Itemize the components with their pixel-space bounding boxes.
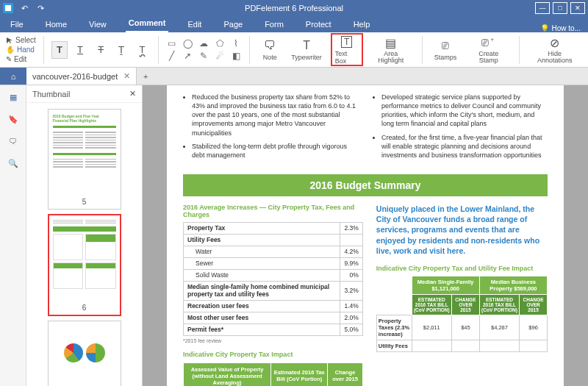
impact-col-header: Estimated 2016 Tax Bill (CoV Portion) [271,362,328,386]
thumbnail-label: 5 [49,196,121,209]
bookmark-panel-icon[interactable]: 🔖 [7,113,19,125]
polygon-shape[interactable]: ⬠ [214,38,226,49]
pt-row-label: Property Taxes (2.3% increase) [376,315,412,340]
median-bp-header: Median Business Property $589,000 [479,276,547,294]
menu-home[interactable]: Home [43,17,70,32]
document-tab[interactable]: vancouver-2016-budget ✕ [26,68,137,85]
bullet-item: Stabilized the long-term debt profile th… [192,142,358,160]
oval-shape[interactable]: ◯ [182,38,193,49]
table-row: Recreation user fees1.4% [184,300,363,312]
create-stamp-label: Create Stamp [470,51,507,64]
thumbnail-page-7[interactable]: 7 [48,321,121,386]
typewriter-button[interactable]: TTypewriter [287,37,326,62]
create-stamp-button[interactable]: ⎚⁺Create Stamp [465,34,512,65]
thumbnail-panel-icon[interactable]: ▦ [7,91,19,103]
tax-impact-heading: Indicative City Property Tax Impact [183,351,363,358]
hand-tool[interactable]: ✋Hand [6,46,35,54]
hide-annotations-label: Hide Annotations [531,51,578,64]
edit-label: Edit [14,55,26,63]
redo-icon[interactable]: ↷ [35,3,46,13]
sub-chg-2: CHANGE OVER 2015 [520,294,548,315]
connected-lines-shape[interactable]: ⌇ [230,38,242,49]
hand-label: Hand [17,46,35,54]
table-row: Median single-family home combined munic… [184,281,363,300]
bullet-item: Reduced the business property tax share … [192,93,358,137]
menu-file[interactable]: File [7,17,26,32]
select-tool[interactable]: Select [6,36,36,44]
menu-protect[interactable]: Protect [303,17,334,32]
impact-col-header: Assessed Value of Property (without Land… [184,362,271,386]
how-to-label: How to... [552,24,581,32]
rectangle-shape[interactable]: ▭ [165,38,177,49]
home-tab-icon[interactable]: ⌂ [0,68,26,85]
caret-tool[interactable]: Ṱ [113,41,129,59]
sub-chg-1: CHANGE OVER 2015 [451,294,479,315]
edit-tool[interactable]: ✎Edit [6,55,26,63]
fee-impact-heading: Indicative City Property Tax and Utility… [376,265,548,272]
new-tab-button[interactable]: + [137,68,154,85]
marker-shape[interactable]: ☄ [214,51,226,61]
bullet-item: Developed strategic service plans suppor… [381,93,548,129]
menu-form[interactable]: Form [262,17,287,32]
menu-page[interactable]: Page [220,17,245,32]
arrow-shape[interactable]: ↗ [182,51,193,61]
pt-value: $4,287 [479,315,519,340]
table-row: Water4.2% [184,246,363,257]
menu-help[interactable]: Help [351,17,373,32]
highlight-tool[interactable]: T [51,41,68,59]
lightbulb-icon: 💡 [540,24,549,32]
pencil-shape[interactable]: ✎ [198,51,209,61]
thumbnail-page-5[interactable]: 2016 Budget and Five-Year Financial Plan… [48,109,121,210]
menu-comment[interactable]: Comment [126,15,169,32]
textbox-button[interactable]: TText Box [331,33,363,66]
maximize-button[interactable]: □ [553,2,567,14]
tab-close-icon[interactable]: ✕ [123,71,130,81]
comments-panel-icon[interactable]: 🗨 [7,135,19,147]
cloud-shape[interactable]: ☁ [198,38,209,49]
line-shape[interactable]: ╱ [165,51,177,61]
menu-edit[interactable]: Edit [184,17,204,32]
avg-increases-heading: 2016 Average Increases — City Property T… [183,204,363,218]
note-label: Note [263,54,277,61]
hide-annotations-button[interactable]: ⊘Hide Annotations [527,34,582,65]
summary-heading: 2016 Budget Summary [183,174,548,196]
table-row: Most other user fees2.0% [184,312,363,324]
table-row: Sewer9.9% [184,257,363,269]
hide-icon: ⊘ [547,35,563,50]
table-row: Solid Waste0% [184,269,363,281]
blurb-text: Uniquely placed in the Lower Mainland, t… [376,204,548,256]
impact-col-header: Change over 2015 [328,362,362,386]
area-highlight-icon: ▤ [383,35,399,50]
note-button[interactable]: 🗨Note [257,37,282,62]
underline-tool[interactable]: T [72,41,88,59]
search-panel-icon[interactable]: 🔍 [7,157,19,169]
thumbnail-title: Thumbnail [32,90,70,99]
close-button[interactable]: ✕ [570,2,585,14]
textbox-icon: T [339,35,355,49]
panel-close-icon[interactable]: ✕ [129,89,136,99]
stamp-icon: ⎚ [437,38,453,53]
median-sf-header: Median Single-Family $1,121,000 [412,276,479,294]
typewriter-label: Typewriter [291,54,322,61]
thumbnail-page-6[interactable]: 6 [48,214,121,316]
table-row: Permit fees*5.0% [184,324,363,335]
document-tab-label: vancouver-2016-budget [32,72,118,81]
minimize-button[interactable]: — [535,2,550,14]
table-row: Property Tax2.3% [184,222,363,234]
area-highlight-label: Area Highlight [372,51,410,64]
stamps-button[interactable]: ⎚Stamps [430,37,462,62]
pt-value: $45 [451,315,479,340]
strikeout-tool[interactable]: T [93,41,109,59]
document-viewport[interactable]: Reduced the business property tax share … [143,85,588,386]
menu-view[interactable]: View [86,17,110,32]
area-highlight-button[interactable]: ▤Area Highlight [368,34,415,65]
pt-value: $2,011 [412,315,451,340]
pdf-page: Reduced the business property tax share … [167,85,564,386]
how-to-link[interactable]: 💡 How to... [540,24,581,32]
eraser-shape[interactable]: ◧ [230,51,242,61]
tax-impact-table: Assessed Value of Property (without Land… [183,362,363,386]
undo-icon[interactable]: ↶ [19,3,29,13]
thumbnail-label: 6 [49,302,120,315]
svg-rect-1 [5,5,11,11]
squiggly-tool[interactable]: T [134,41,150,59]
